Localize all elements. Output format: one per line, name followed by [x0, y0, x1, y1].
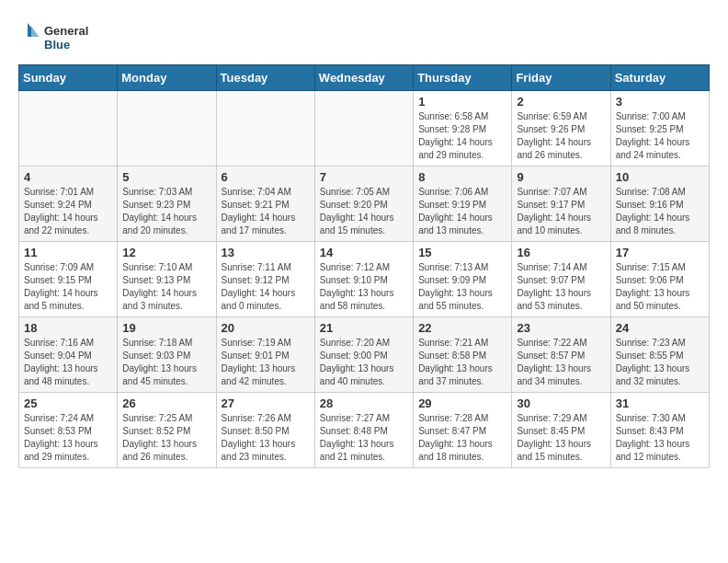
day-info: Sunrise: 7:13 AM Sunset: 9:09 PM Dayligh…	[418, 261, 506, 313]
day-info: Sunrise: 7:28 AM Sunset: 8:47 PM Dayligh…	[418, 412, 506, 464]
calendar-week-4: 18Sunrise: 7:16 AM Sunset: 9:04 PM Dayli…	[19, 317, 710, 393]
calendar-cell: 26Sunrise: 7:25 AM Sunset: 8:52 PM Dayli…	[118, 393, 216, 468]
calendar-cell: 23Sunrise: 7:22 AM Sunset: 8:57 PM Dayli…	[512, 317, 610, 393]
day-info: Sunrise: 7:25 AM Sunset: 8:52 PM Dayligh…	[122, 412, 210, 464]
day-info: Sunrise: 7:00 AM Sunset: 9:25 PM Dayligh…	[616, 110, 704, 162]
day-info: Sunrise: 7:26 AM Sunset: 8:50 PM Dayligh…	[222, 412, 310, 464]
day-info: Sunrise: 7:05 AM Sunset: 9:20 PM Dayligh…	[320, 186, 408, 237]
weekday-header-saturday: Saturday	[610, 65, 709, 91]
calendar-cell: 20Sunrise: 7:19 AM Sunset: 9:01 PM Dayli…	[216, 317, 314, 393]
day-info: Sunrise: 7:19 AM Sunset: 9:01 PM Dayligh…	[222, 337, 310, 388]
day-info: Sunrise: 7:07 AM Sunset: 9:17 PM Dayligh…	[517, 186, 605, 237]
day-number: 8	[418, 170, 506, 184]
day-number: 6	[222, 170, 310, 184]
weekday-header-tuesday: Tuesday	[216, 65, 314, 91]
day-number: 22	[418, 321, 506, 335]
svg-marker-3	[31, 26, 39, 37]
day-info: Sunrise: 7:16 AM Sunset: 9:04 PM Dayligh…	[24, 337, 112, 388]
day-info: Sunrise: 6:58 AM Sunset: 9:28 PM Dayligh…	[418, 110, 506, 162]
calendar-table: SundayMondayTuesdayWednesdayThursdayFrid…	[18, 64, 710, 468]
calendar-cell: 13Sunrise: 7:11 AM Sunset: 9:12 PM Dayli…	[216, 242, 314, 317]
calendar-cell	[216, 91, 314, 167]
calendar-week-5: 25Sunrise: 7:24 AM Sunset: 8:53 PM Dayli…	[19, 393, 710, 468]
day-number: 20	[222, 321, 310, 335]
day-info: Sunrise: 7:27 AM Sunset: 8:48 PM Dayligh…	[320, 412, 408, 464]
calendar-cell: 8Sunrise: 7:06 AM Sunset: 9:19 PM Daylig…	[414, 167, 512, 242]
day-info: Sunrise: 7:30 AM Sunset: 8:43 PM Dayligh…	[616, 412, 704, 464]
day-info: Sunrise: 7:08 AM Sunset: 9:16 PM Dayligh…	[616, 186, 704, 237]
day-number: 30	[517, 396, 605, 410]
day-info: Sunrise: 7:29 AM Sunset: 8:45 PM Dayligh…	[517, 412, 605, 464]
day-number: 28	[320, 396, 408, 410]
day-info: Sunrise: 7:04 AM Sunset: 9:21 PM Dayligh…	[222, 186, 310, 237]
day-info: Sunrise: 7:20 AM Sunset: 9:00 PM Dayligh…	[320, 337, 408, 388]
day-info: Sunrise: 7:12 AM Sunset: 9:10 PM Dayligh…	[320, 261, 408, 313]
calendar-cell: 18Sunrise: 7:16 AM Sunset: 9:04 PM Dayli…	[19, 317, 118, 393]
day-number: 27	[222, 396, 310, 410]
calendar-cell	[314, 91, 413, 167]
day-number: 15	[418, 246, 506, 259]
calendar-cell: 4Sunrise: 7:01 AM Sunset: 9:24 PM Daylig…	[19, 167, 118, 242]
day-info: Sunrise: 7:24 AM Sunset: 8:53 PM Dayligh…	[24, 412, 112, 464]
day-number: 29	[418, 396, 506, 410]
day-number: 3	[616, 95, 704, 109]
header: General Blue	[18, 18, 710, 55]
calendar-cell: 17Sunrise: 7:15 AM Sunset: 9:06 PM Dayli…	[610, 242, 709, 317]
calendar-cell: 16Sunrise: 7:14 AM Sunset: 9:07 PM Dayli…	[512, 242, 610, 317]
calendar-cell: 30Sunrise: 7:29 AM Sunset: 8:45 PM Dayli…	[512, 393, 610, 468]
calendar-cell: 5Sunrise: 7:03 AM Sunset: 9:23 PM Daylig…	[118, 167, 216, 242]
day-info: Sunrise: 7:21 AM Sunset: 8:58 PM Dayligh…	[418, 337, 506, 388]
calendar-cell: 2Sunrise: 6:59 AM Sunset: 9:26 PM Daylig…	[512, 91, 610, 167]
calendar-cell: 31Sunrise: 7:30 AM Sunset: 8:43 PM Dayli…	[610, 393, 709, 468]
day-info: Sunrise: 7:23 AM Sunset: 8:55 PM Dayligh…	[616, 337, 704, 388]
calendar-cell	[118, 91, 216, 167]
day-number: 24	[616, 321, 704, 335]
day-number: 18	[24, 321, 112, 335]
calendar-header: SundayMondayTuesdayWednesdayThursdayFrid…	[19, 65, 710, 91]
day-number: 14	[320, 246, 408, 259]
day-info: Sunrise: 7:14 AM Sunset: 9:07 PM Dayligh…	[517, 261, 605, 313]
day-number: 31	[616, 396, 704, 410]
calendar-cell: 19Sunrise: 7:18 AM Sunset: 9:03 PM Dayli…	[118, 317, 216, 393]
calendar-cell	[19, 91, 118, 167]
calendar-cell: 24Sunrise: 7:23 AM Sunset: 8:55 PM Dayli…	[610, 317, 709, 393]
calendar-cell: 21Sunrise: 7:20 AM Sunset: 9:00 PM Dayli…	[314, 317, 413, 393]
calendar-body: 1Sunrise: 6:58 AM Sunset: 9:28 PM Daylig…	[19, 91, 710, 468]
day-info: Sunrise: 6:59 AM Sunset: 9:26 PM Dayligh…	[517, 110, 605, 162]
day-info: Sunrise: 7:06 AM Sunset: 9:19 PM Dayligh…	[418, 186, 506, 237]
calendar-cell: 3Sunrise: 7:00 AM Sunset: 9:25 PM Daylig…	[610, 91, 709, 167]
day-number: 5	[122, 170, 210, 184]
day-number: 17	[616, 246, 704, 259]
day-number: 16	[517, 246, 605, 259]
day-info: Sunrise: 7:03 AM Sunset: 9:23 PM Dayligh…	[122, 186, 210, 237]
day-number: 23	[517, 321, 605, 335]
calendar-week-1: 1Sunrise: 6:58 AM Sunset: 9:28 PM Daylig…	[19, 91, 710, 167]
day-number: 12	[122, 246, 210, 259]
svg-text:Blue: Blue	[44, 38, 70, 52]
weekday-header-wednesday: Wednesday	[314, 65, 413, 91]
calendar-cell: 22Sunrise: 7:21 AM Sunset: 8:58 PM Dayli…	[414, 317, 512, 393]
header-row: SundayMondayTuesdayWednesdayThursdayFrid…	[19, 65, 710, 91]
calendar-cell: 9Sunrise: 7:07 AM Sunset: 9:17 PM Daylig…	[512, 167, 610, 242]
calendar-cell: 11Sunrise: 7:09 AM Sunset: 9:15 PM Dayli…	[19, 242, 118, 317]
day-info: Sunrise: 7:01 AM Sunset: 9:24 PM Dayligh…	[24, 186, 112, 237]
calendar-cell: 7Sunrise: 7:05 AM Sunset: 9:20 PM Daylig…	[314, 167, 413, 242]
calendar-cell: 27Sunrise: 7:26 AM Sunset: 8:50 PM Dayli…	[216, 393, 314, 468]
day-number: 25	[24, 396, 112, 410]
day-info: Sunrise: 7:11 AM Sunset: 9:12 PM Dayligh…	[222, 261, 310, 313]
calendar-cell: 6Sunrise: 7:04 AM Sunset: 9:21 PM Daylig…	[216, 167, 314, 242]
day-number: 26	[122, 396, 210, 410]
logo-svg: General Blue	[18, 18, 92, 55]
day-number: 1	[418, 95, 506, 109]
svg-text:General: General	[44, 24, 88, 38]
calendar-cell: 12Sunrise: 7:10 AM Sunset: 9:13 PM Dayli…	[118, 242, 216, 317]
calendar-cell: 25Sunrise: 7:24 AM Sunset: 8:53 PM Dayli…	[19, 393, 118, 468]
day-info: Sunrise: 7:10 AM Sunset: 9:13 PM Dayligh…	[122, 261, 210, 313]
calendar-cell: 15Sunrise: 7:13 AM Sunset: 9:09 PM Dayli…	[414, 242, 512, 317]
day-info: Sunrise: 7:15 AM Sunset: 9:06 PM Dayligh…	[616, 261, 704, 313]
day-number: 2	[517, 95, 605, 109]
day-number: 9	[517, 170, 605, 184]
day-number: 13	[222, 246, 310, 259]
logo: General Blue	[18, 18, 92, 55]
day-number: 7	[320, 170, 408, 184]
